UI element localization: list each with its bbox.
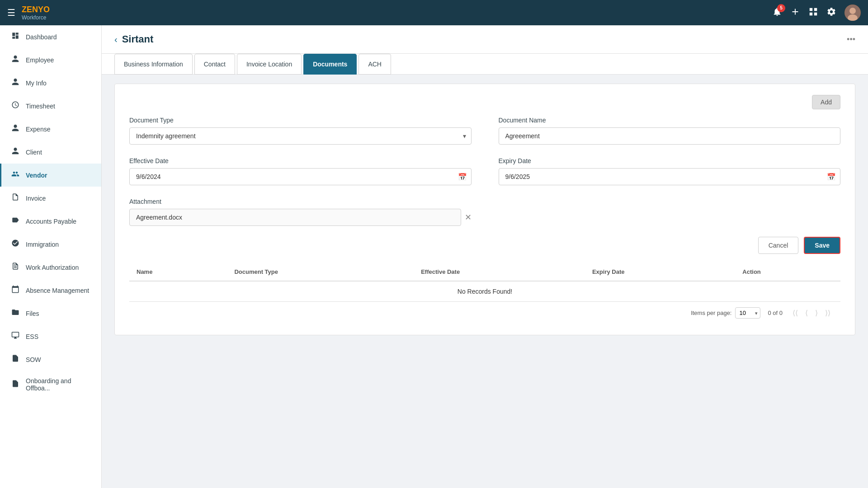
add-button[interactable] [790, 7, 800, 19]
sidebar-item-label: Onboarding and Offboa... [26, 377, 92, 392]
per-page-select[interactable]: 10 25 50 100 [735, 307, 760, 319]
svg-point-1 [849, 8, 856, 14]
document-type-label: Document Type [129, 117, 472, 124]
expiry-date-field: Expiry Date 📅 [499, 157, 841, 185]
topnav: ☰ ZENYO Workforce 5 [0, 0, 868, 25]
save-button[interactable]: Save [804, 237, 840, 254]
timesheet-icon [10, 101, 20, 111]
page-header: ‹ Sirtant ••• [102, 25, 868, 54]
sidebar-item-timesheet[interactable]: Timesheet [0, 94, 101, 117]
effective-date-label: Effective Date [129, 157, 472, 164]
last-page-button[interactable]: ⟩⟩ [822, 308, 833, 318]
invoice-icon [10, 193, 20, 203]
sidebar-item-label: Dashboard [26, 33, 57, 41]
content-area: ‹ Sirtant ••• Business Information Conta… [102, 25, 868, 488]
sidebar-item-label: Accounts Payable [26, 218, 76, 225]
sidebar-item-dashboard[interactable]: Dashboard [0, 25, 101, 48]
employee-icon [10, 55, 20, 65]
expiry-date-wrapper: 📅 [499, 168, 841, 185]
sidebar-item-label: ESS [26, 333, 38, 340]
no-records-message: No Records Found! [129, 281, 840, 301]
col-action: Action [735, 263, 840, 281]
next-page-button[interactable]: ⟩ [812, 308, 821, 318]
sidebar-item-ess[interactable]: ESS [0, 325, 101, 348]
sow-icon [10, 354, 20, 365]
documents-table: Name Document Type Effective Date Expiry… [129, 263, 840, 301]
immigration-icon [10, 239, 20, 249]
sidebar-item-immigration[interactable]: Immigration [0, 233, 101, 256]
sidebar-item-label: Timesheet [26, 103, 55, 110]
sidebar-item-invoice[interactable]: Invoice [0, 187, 101, 210]
sidebar: Dashboard Employee My Info Timesheet Exp… [0, 25, 102, 488]
menu-icon[interactable]: ☰ [7, 7, 15, 18]
grid-icon[interactable] [808, 7, 818, 19]
tab-documents[interactable]: Documents [303, 54, 357, 75]
form-grid: Document Type Indemnity agreement NDA W9… [129, 117, 840, 226]
sidebar-item-absence[interactable]: Absence Management [0, 279, 101, 302]
sidebar-item-files[interactable]: Files [0, 302, 101, 325]
sidebar-item-onboarding[interactable]: Onboarding and Offboa... [0, 371, 101, 398]
document-type-wrapper: Indemnity agreement NDA W9 Other ▾ [129, 127, 472, 145]
sidebar-item-label: Invoice [26, 195, 46, 202]
col-document-type: Document Type [227, 263, 414, 281]
sidebar-item-employee[interactable]: Employee [0, 48, 101, 71]
sidebar-item-label: Vendor [26, 172, 47, 179]
col-expiry-date: Expiry Date [585, 263, 735, 281]
logo: ZENYO Workforce [22, 5, 50, 21]
sidebar-item-label: Expense [26, 126, 50, 133]
expiry-date-label: Expiry Date [499, 157, 841, 164]
document-name-field: Document Name [499, 117, 841, 145]
sidebar-item-label: Client [26, 149, 42, 156]
document-type-select[interactable]: Indemnity agreement NDA W9 Other [129, 127, 472, 145]
ess-icon [10, 331, 20, 342]
col-effective-date: Effective Date [414, 263, 585, 281]
sidebar-item-vendor[interactable]: Vendor [0, 164, 101, 187]
items-per-page-label: Items per page: [691, 310, 731, 316]
tab-ach[interactable]: ACH [359, 54, 391, 75]
tab-contact[interactable]: Contact [194, 54, 235, 75]
effective-date-input[interactable] [129, 168, 472, 185]
logo-text: ZENYO [22, 5, 50, 14]
sidebar-item-expense[interactable]: Expense [0, 117, 101, 141]
sidebar-item-accounts-payable[interactable]: Accounts Payable [0, 210, 101, 233]
client-icon [10, 147, 20, 157]
first-page-button[interactable]: ⟨⟨ [790, 308, 801, 318]
notifications-button[interactable]: 5 [772, 7, 782, 19]
document-name-label: Document Name [499, 117, 841, 124]
sidebar-item-work-authorization[interactable]: Work Authorization [0, 256, 101, 279]
sidebar-item-sow[interactable]: SOW [0, 348, 101, 371]
files-icon [10, 308, 20, 319]
effective-date-calendar-icon[interactable]: 📅 [458, 173, 467, 181]
dashboard-icon [10, 32, 20, 42]
effective-date-field: Effective Date 📅 [129, 157, 472, 185]
attachment-label: Attachment [129, 198, 472, 205]
clear-attachment-button[interactable]: ✕ [465, 212, 472, 222]
back-button[interactable]: ‹ [114, 34, 118, 45]
vendor-icon [10, 170, 20, 180]
documents-table-section: Name Document Type Effective Date Expiry… [129, 263, 840, 324]
sidebar-item-myinfo[interactable]: My Info [0, 71, 101, 94]
items-per-page-wrapper: Items per page: 10 25 50 100 ▾ [691, 307, 760, 319]
more-options-button[interactable]: ••• [847, 35, 855, 44]
work-auth-icon [10, 262, 20, 272]
cancel-button[interactable]: Cancel [758, 237, 799, 254]
attachment-value: Agreement.docx [129, 209, 461, 226]
sidebar-item-client[interactable]: Client [0, 141, 101, 164]
accounts-payable-icon [10, 216, 20, 226]
sidebar-item-label: My Info [26, 80, 47, 87]
expiry-date-calendar-icon[interactable]: 📅 [827, 173, 836, 181]
tab-business-information[interactable]: Business Information [114, 54, 193, 75]
document-name-input[interactable] [499, 127, 841, 145]
page-count: 0 of 0 [768, 310, 783, 316]
expiry-date-input[interactable] [499, 168, 841, 185]
add-button[interactable]: Add [812, 95, 840, 109]
prev-page-button[interactable]: ⟨ [802, 308, 811, 318]
myinfo-icon [10, 78, 20, 88]
expense-icon [10, 124, 20, 134]
logo-sub: Workforce [22, 14, 50, 21]
settings-icon[interactable] [826, 7, 836, 19]
tabs-bar: Business Information Contact Invoice Loc… [102, 54, 868, 75]
sidebar-item-label: SOW [26, 356, 41, 363]
avatar[interactable] [844, 5, 861, 21]
tab-invoice-location[interactable]: Invoice Location [237, 54, 302, 75]
